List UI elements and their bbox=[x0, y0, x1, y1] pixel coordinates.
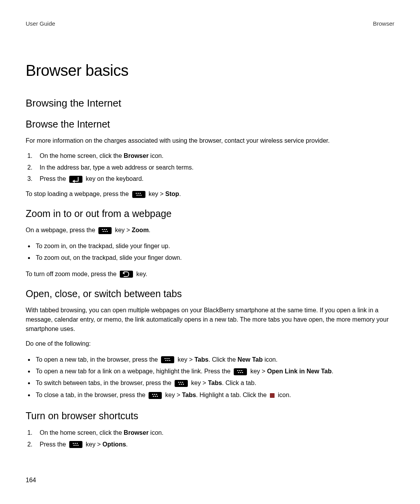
bold-text: Tabs bbox=[208, 380, 222, 386]
bold-text: Open Link in New Tab bbox=[267, 368, 332, 374]
text: . bbox=[179, 191, 181, 197]
text: key > bbox=[113, 227, 132, 233]
text: icon. bbox=[276, 392, 291, 398]
bold-text: Browser bbox=[124, 429, 149, 436]
paragraph: Do one of the following: bbox=[26, 339, 394, 348]
text: To turn off zoom mode, press the bbox=[26, 271, 118, 277]
text: icon. bbox=[262, 356, 277, 363]
close-icon bbox=[270, 393, 275, 398]
menu-key-icon bbox=[149, 392, 162, 399]
document-page: User Guide Browser Browser basics Browsi… bbox=[0, 0, 420, 449]
bullet-list: To open a new tab, in the browser, press… bbox=[26, 354, 394, 401]
enter-key-icon bbox=[69, 176, 82, 183]
text: key > bbox=[176, 356, 194, 363]
text: Press the bbox=[40, 175, 68, 182]
header-right: Browser bbox=[373, 20, 394, 27]
text: To open a new tab, in the browser, press… bbox=[36, 356, 159, 363]
list-item: To open a new tab, in the browser, press… bbox=[34, 354, 394, 366]
menu-key-icon bbox=[161, 356, 174, 363]
page-number: 164 bbox=[26, 477, 36, 484]
bullet-list: To zoom in, on the trackpad, slide your … bbox=[26, 240, 394, 264]
text: . Click a tab. bbox=[222, 380, 256, 386]
paragraph: On a webpage, press the key > Zoom. bbox=[26, 226, 394, 235]
list-item: Press the key on the keyboard. bbox=[34, 174, 394, 184]
text: icon. bbox=[149, 152, 163, 159]
text: On a webpage, press the bbox=[26, 227, 97, 233]
bold-text: New Tab bbox=[238, 356, 263, 363]
bold-text: Zoom bbox=[132, 227, 149, 233]
bold-text: Stop bbox=[165, 191, 179, 197]
paragraph: With tabbed browsing, you can open multi… bbox=[26, 306, 394, 334]
bold-text: Options bbox=[103, 441, 126, 448]
subsection-browse: Browse the Internet bbox=[26, 119, 394, 130]
text: To close a tab, in the browser, press th… bbox=[36, 392, 147, 398]
text: key > bbox=[248, 368, 267, 374]
list-item: On the home screen, click the Browser ic… bbox=[34, 428, 394, 438]
menu-key-icon bbox=[69, 441, 82, 448]
bold-text: Browser bbox=[124, 152, 149, 159]
ordered-list: On the home screen, click the Browser ic… bbox=[26, 428, 394, 449]
text: key > bbox=[163, 392, 182, 398]
menu-key-icon bbox=[132, 191, 145, 198]
text: icon. bbox=[149, 429, 163, 436]
text: . Click the bbox=[208, 356, 238, 363]
text: Press the bbox=[40, 441, 68, 448]
text: key > bbox=[84, 441, 103, 448]
menu-key-icon bbox=[175, 380, 188, 387]
back-key-icon bbox=[120, 271, 133, 278]
text: On the home screen, click the bbox=[40, 152, 124, 159]
list-item: To zoom out, on the trackpad, slide your… bbox=[34, 252, 394, 264]
text: . bbox=[332, 368, 333, 374]
text: To stop loading a webpage, press the bbox=[26, 191, 131, 197]
bold-text: Tabs bbox=[194, 356, 208, 363]
text: key. bbox=[135, 271, 147, 277]
list-item: To switch between tabs, in the browser, … bbox=[34, 377, 394, 389]
text: key > bbox=[147, 191, 166, 197]
page-header: User Guide Browser bbox=[26, 20, 394, 27]
paragraph: To stop loading a webpage, press the key… bbox=[26, 189, 394, 199]
paragraph: To turn off zoom mode, press the key. bbox=[26, 270, 394, 279]
bold-text: Tabs bbox=[182, 392, 196, 398]
menu-key-icon bbox=[98, 227, 112, 234]
list-item: To zoom in, on the trackpad, slide your … bbox=[34, 240, 394, 252]
section-heading-browsing: Browsing the Internet bbox=[26, 97, 394, 109]
text: To open a new tab for a link on a webpag… bbox=[36, 368, 232, 374]
list-item: To open a new tab for a link on a webpag… bbox=[34, 366, 394, 377]
text: To switch between tabs, in the browser, … bbox=[36, 380, 173, 386]
text: On the home screen, click the bbox=[40, 429, 124, 436]
text: key on the keyboard. bbox=[84, 175, 144, 182]
paragraph: For more information on the charges asso… bbox=[26, 136, 394, 145]
text: . bbox=[126, 441, 128, 448]
subsection-shortcuts: Turn on browser shortcuts bbox=[26, 410, 394, 422]
list-item: In the address bar, type a web address o… bbox=[34, 163, 394, 173]
subsection-zoom: Zoom in to or out from a webpage bbox=[26, 208, 394, 219]
text: key > bbox=[189, 380, 208, 386]
text: . Highlight a tab. Click the bbox=[196, 392, 268, 398]
text: . bbox=[149, 227, 150, 233]
page-title: Browser basics bbox=[26, 62, 394, 79]
list-item: On the home screen, click the Browser ic… bbox=[34, 151, 394, 161]
subsection-tabs: Open, close, or switch between tabs bbox=[26, 288, 394, 299]
list-item: To close a tab, in the browser, press th… bbox=[34, 389, 394, 401]
list-item: Press the key > Options. bbox=[34, 439, 394, 450]
header-left: User Guide bbox=[26, 20, 55, 27]
menu-key-icon bbox=[234, 368, 247, 375]
ordered-list: On the home screen, click the Browser ic… bbox=[26, 151, 394, 184]
